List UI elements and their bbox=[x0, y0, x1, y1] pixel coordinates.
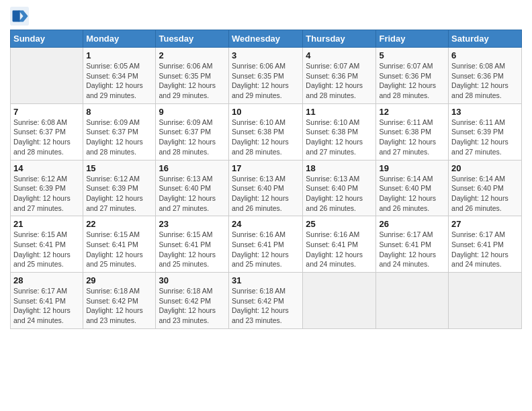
day-number: 24 bbox=[232, 219, 300, 229]
calendar-cell bbox=[303, 273, 376, 329]
day-number: 8 bbox=[86, 107, 152, 117]
day-number: 23 bbox=[159, 219, 226, 229]
svg-rect-2 bbox=[13, 11, 20, 22]
day-info: Sunrise: 6:12 AMSunset: 6:39 PMDaylight:… bbox=[86, 174, 152, 214]
day-info: Sunrise: 6:13 AMSunset: 6:40 PMDaylight:… bbox=[159, 174, 226, 214]
calendar-cell: 17Sunrise: 6:13 AMSunset: 6:40 PMDayligh… bbox=[229, 160, 303, 216]
day-info: Sunrise: 6:07 AMSunset: 6:36 PMDaylight:… bbox=[306, 61, 373, 101]
calendar-cell bbox=[376, 273, 449, 329]
day-number: 16 bbox=[159, 163, 226, 173]
logo bbox=[10, 7, 32, 26]
day-number: 19 bbox=[379, 163, 445, 173]
day-info: Sunrise: 6:06 AMSunset: 6:35 PMDaylight:… bbox=[232, 61, 300, 101]
calendar-cell: 2Sunrise: 6:06 AMSunset: 6:35 PMDaylight… bbox=[156, 48, 229, 104]
week-row-1: 1Sunrise: 6:05 AMSunset: 6:34 PMDaylight… bbox=[11, 48, 522, 104]
day-number: 12 bbox=[379, 107, 445, 117]
day-info: Sunrise: 6:10 AMSunset: 6:38 PMDaylight:… bbox=[306, 118, 373, 157]
calendar-cell: 19Sunrise: 6:14 AMSunset: 6:40 PMDayligh… bbox=[376, 160, 449, 216]
calendar-cell: 24Sunrise: 6:16 AMSunset: 6:41 PMDayligh… bbox=[229, 216, 303, 273]
day-info: Sunrise: 6:16 AMSunset: 6:41 PMDaylight:… bbox=[306, 230, 373, 269]
day-info: Sunrise: 6:18 AMSunset: 6:42 PMDaylight:… bbox=[86, 286, 152, 326]
day-number: 15 bbox=[86, 163, 152, 173]
weekday-header-saturday: Saturday bbox=[449, 30, 522, 48]
day-info: Sunrise: 6:11 AMSunset: 6:39 PMDaylight:… bbox=[451, 118, 519, 157]
day-number: 26 bbox=[379, 219, 445, 229]
day-number: 30 bbox=[159, 275, 226, 285]
day-info: Sunrise: 6:08 AMSunset: 6:36 PMDaylight:… bbox=[451, 61, 519, 101]
calendar-cell: 8Sunrise: 6:09 AMSunset: 6:37 PMDaylight… bbox=[83, 103, 156, 160]
calendar-cell: 30Sunrise: 6:18 AMSunset: 6:42 PMDayligh… bbox=[156, 273, 229, 329]
day-number: 18 bbox=[306, 163, 373, 173]
day-info: Sunrise: 6:08 AMSunset: 6:37 PMDaylight:… bbox=[13, 118, 80, 157]
weekday-header-friday: Friday bbox=[376, 30, 449, 48]
day-number: 5 bbox=[379, 50, 445, 60]
calendar-cell: 4Sunrise: 6:07 AMSunset: 6:36 PMDaylight… bbox=[303, 48, 376, 104]
calendar-cell: 27Sunrise: 6:17 AMSunset: 6:41 PMDayligh… bbox=[449, 216, 522, 273]
calendar-cell: 3Sunrise: 6:06 AMSunset: 6:35 PMDaylight… bbox=[229, 48, 303, 104]
calendar-cell: 14Sunrise: 6:12 AMSunset: 6:39 PMDayligh… bbox=[11, 160, 83, 216]
calendar-cell: 23Sunrise: 6:15 AMSunset: 6:41 PMDayligh… bbox=[156, 216, 229, 273]
calendar-cell: 18Sunrise: 6:13 AMSunset: 6:40 PMDayligh… bbox=[303, 160, 376, 216]
calendar-cell: 28Sunrise: 6:17 AMSunset: 6:41 PMDayligh… bbox=[11, 273, 83, 329]
weekday-header-wednesday: Wednesday bbox=[229, 30, 303, 48]
calendar-cell: 20Sunrise: 6:14 AMSunset: 6:40 PMDayligh… bbox=[449, 160, 522, 216]
day-info: Sunrise: 6:05 AMSunset: 6:34 PMDaylight:… bbox=[86, 61, 152, 101]
day-info: Sunrise: 6:11 AMSunset: 6:38 PMDaylight:… bbox=[379, 118, 445, 157]
calendar-cell: 13Sunrise: 6:11 AMSunset: 6:39 PMDayligh… bbox=[449, 103, 522, 160]
day-number: 9 bbox=[159, 107, 226, 117]
calendar-cell: 1Sunrise: 6:05 AMSunset: 6:34 PMDaylight… bbox=[83, 48, 156, 104]
day-info: Sunrise: 6:10 AMSunset: 6:38 PMDaylight:… bbox=[232, 118, 300, 157]
calendar-cell: 15Sunrise: 6:12 AMSunset: 6:39 PMDayligh… bbox=[83, 160, 156, 216]
day-info: Sunrise: 6:13 AMSunset: 6:40 PMDaylight:… bbox=[306, 174, 373, 214]
day-info: Sunrise: 6:14 AMSunset: 6:40 PMDaylight:… bbox=[379, 174, 445, 214]
day-number: 6 bbox=[451, 50, 519, 60]
calendar-cell: 25Sunrise: 6:16 AMSunset: 6:41 PMDayligh… bbox=[303, 216, 376, 273]
weekday-header-thursday: Thursday bbox=[303, 30, 376, 48]
calendar-cell bbox=[449, 273, 522, 329]
day-number: 10 bbox=[232, 107, 300, 117]
calendar-table: SundayMondayTuesdayWednesdayThursdayFrid… bbox=[10, 30, 522, 329]
calendar-cell: 22Sunrise: 6:15 AMSunset: 6:41 PMDayligh… bbox=[83, 216, 156, 273]
calendar-cell: 7Sunrise: 6:08 AMSunset: 6:37 PMDaylight… bbox=[11, 103, 83, 160]
weekday-header-monday: Monday bbox=[83, 30, 156, 48]
day-info: Sunrise: 6:16 AMSunset: 6:41 PMDaylight:… bbox=[232, 230, 300, 269]
day-info: Sunrise: 6:09 AMSunset: 6:37 PMDaylight:… bbox=[86, 118, 152, 157]
day-info: Sunrise: 6:18 AMSunset: 6:42 PMDaylight:… bbox=[232, 286, 300, 326]
logo-icon bbox=[10, 7, 29, 26]
day-number: 20 bbox=[451, 163, 519, 173]
calendar-cell: 6Sunrise: 6:08 AMSunset: 6:36 PMDaylight… bbox=[449, 48, 522, 104]
week-row-5: 28Sunrise: 6:17 AMSunset: 6:41 PMDayligh… bbox=[11, 273, 522, 329]
calendar-cell: 21Sunrise: 6:15 AMSunset: 6:41 PMDayligh… bbox=[11, 216, 83, 273]
day-number: 4 bbox=[306, 50, 373, 60]
day-info: Sunrise: 6:13 AMSunset: 6:40 PMDaylight:… bbox=[232, 174, 300, 214]
calendar-cell bbox=[11, 48, 83, 104]
day-number: 29 bbox=[86, 275, 152, 285]
day-info: Sunrise: 6:17 AMSunset: 6:41 PMDaylight:… bbox=[451, 230, 519, 269]
day-info: Sunrise: 6:17 AMSunset: 6:41 PMDaylight:… bbox=[379, 230, 445, 269]
calendar-cell: 12Sunrise: 6:11 AMSunset: 6:38 PMDayligh… bbox=[376, 103, 449, 160]
day-number: 31 bbox=[232, 275, 300, 285]
day-info: Sunrise: 6:15 AMSunset: 6:41 PMDaylight:… bbox=[13, 230, 80, 269]
calendar-cell: 31Sunrise: 6:18 AMSunset: 6:42 PMDayligh… bbox=[229, 273, 303, 329]
calendar-cell: 9Sunrise: 6:09 AMSunset: 6:37 PMDaylight… bbox=[156, 103, 229, 160]
day-info: Sunrise: 6:17 AMSunset: 6:41 PMDaylight:… bbox=[13, 286, 80, 326]
day-info: Sunrise: 6:15 AMSunset: 6:41 PMDaylight:… bbox=[86, 230, 152, 269]
calendar-cell: 5Sunrise: 6:07 AMSunset: 6:36 PMDaylight… bbox=[376, 48, 449, 104]
day-number: 27 bbox=[451, 219, 519, 229]
weekday-header-row: SundayMondayTuesdayWednesdayThursdayFrid… bbox=[11, 30, 522, 48]
calendar-cell: 10Sunrise: 6:10 AMSunset: 6:38 PMDayligh… bbox=[229, 103, 303, 160]
calendar-cell: 26Sunrise: 6:17 AMSunset: 6:41 PMDayligh… bbox=[376, 216, 449, 273]
day-number: 25 bbox=[306, 219, 373, 229]
calendar-cell: 16Sunrise: 6:13 AMSunset: 6:40 PMDayligh… bbox=[156, 160, 229, 216]
page-container: SundayMondayTuesdayWednesdayThursdayFrid… bbox=[0, 0, 532, 336]
day-info: Sunrise: 6:09 AMSunset: 6:37 PMDaylight:… bbox=[159, 118, 226, 157]
day-info: Sunrise: 6:15 AMSunset: 6:41 PMDaylight:… bbox=[159, 230, 226, 269]
calendar-cell: 11Sunrise: 6:10 AMSunset: 6:38 PMDayligh… bbox=[303, 103, 376, 160]
day-info: Sunrise: 6:18 AMSunset: 6:42 PMDaylight:… bbox=[159, 286, 226, 326]
calendar-cell: 29Sunrise: 6:18 AMSunset: 6:42 PMDayligh… bbox=[83, 273, 156, 329]
day-number: 21 bbox=[13, 219, 80, 229]
day-number: 7 bbox=[13, 107, 80, 117]
weekday-header-sunday: Sunday bbox=[11, 30, 83, 48]
day-info: Sunrise: 6:12 AMSunset: 6:39 PMDaylight:… bbox=[13, 174, 80, 214]
day-number: 14 bbox=[13, 163, 80, 173]
